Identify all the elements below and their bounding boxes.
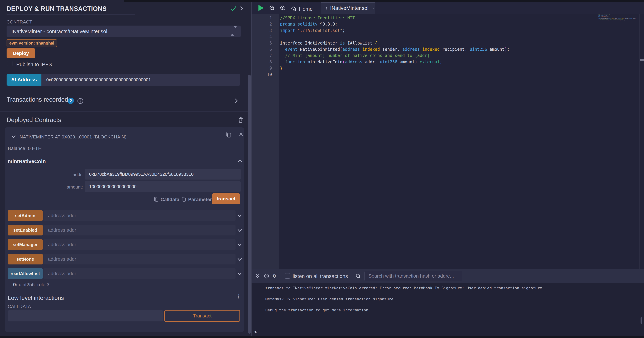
low-level-calldata-input[interactable] — [8, 310, 163, 322]
copy-address-icon[interactable] — [225, 131, 232, 139]
select-stepper-icon[interactable] — [231, 28, 237, 34]
setenabled-button[interactable]: setEnabled — [8, 225, 43, 236]
transact-button[interactable]: transact — [212, 193, 240, 204]
copy-calldata-label[interactable]: Calldata — [160, 197, 180, 202]
amount-arg-input[interactable] — [84, 181, 241, 192]
publish-ipfs-checkbox[interactable] — [7, 61, 12, 66]
deployed-instance-card: INATIVEMINTER AT 0X020...00001 (BLOCKCHA… — [5, 128, 244, 332]
copy-parameters-icon[interactable] — [180, 196, 187, 203]
listen-transactions-checkbox[interactable] — [285, 273, 290, 278]
clear-console-ban-icon[interactable] — [264, 273, 270, 279]
copy-parameters-label[interactable]: Parameters — [188, 197, 214, 202]
panel-expand-chevron-icon[interactable] — [238, 5, 244, 12]
setadmin-input[interactable] — [44, 210, 236, 221]
addr-arg-input[interactable] — [84, 169, 241, 180]
zoom-out-icon[interactable] — [269, 5, 276, 12]
call-output: 0: uint256: role 3 — [13, 282, 50, 288]
terminal-log-line: Debug the transaction to get more inform… — [265, 308, 370, 312]
panel-scrollbar[interactable] — [248, 75, 251, 334]
low-level-title: Low level interactions — [8, 294, 64, 301]
terminal-prompt[interactable]: > — [254, 329, 257, 334]
setmanager-input[interactable] — [44, 239, 236, 250]
deploy-run-panel: DEPLOY & RUN TRANSACTIONS CONTRACT INati… — [0, 0, 249, 338]
addr-arg-label: addr: — [5, 172, 83, 177]
terminal-toolbar: 0 listen on all transactions — [252, 269, 644, 283]
at-address-input[interactable] — [42, 74, 240, 86]
call-output-value: uint256: role 3 — [18, 282, 50, 287]
terminal-search-input[interactable] — [364, 271, 462, 281]
editor-body[interactable]: 12345678910 //SPDX-License-Identifier: M… — [252, 14, 644, 269]
function-name: mintNativeCoin — [8, 158, 46, 164]
run-script-play-icon[interactable] — [258, 5, 264, 11]
setnone-input[interactable] — [44, 254, 236, 264]
function-collapse-chevron-icon[interactable] — [237, 158, 244, 164]
code-editor: Home INativeMinter.sol 12345678910 //SPD… — [252, 2, 644, 269]
transactions-expand-chevron-icon[interactable] — [233, 97, 239, 104]
info-icon[interactable] — [77, 98, 84, 104]
tab-close-icon[interactable] — [372, 5, 375, 11]
setmanager-expand-chevron-icon[interactable] — [236, 242, 243, 248]
clear-instances-trash-icon[interactable] — [237, 116, 244, 123]
remove-instance-icon[interactable] — [238, 131, 244, 138]
tab-file-label: INativeMinter.sol — [330, 5, 368, 11]
divider — [8, 290, 241, 290]
divider — [0, 112, 249, 112]
low-level-info-icon[interactable]: i — [238, 293, 239, 300]
instance-collapse-chevron-icon[interactable] — [10, 133, 17, 140]
divider — [0, 91, 249, 91]
at-address-button[interactable]: At Address — [6, 74, 42, 86]
transactions-recorded-label: Transactions recorded — [6, 96, 68, 103]
scrollbar-track — [640, 14, 640, 269]
window-top-strip — [124, 0, 644, 2]
call-output-index: 0: — [13, 282, 18, 287]
setenabled-input[interactable] — [44, 225, 236, 236]
setnone-expand-chevron-icon[interactable] — [236, 256, 243, 262]
low-level-transact-button[interactable]: Transact — [164, 310, 240, 322]
window-bottom-strip — [0, 336, 644, 338]
setmanager-button[interactable]: setManager — [8, 239, 43, 250]
deployed-contracts-title: Deployed Contracts — [6, 116, 61, 124]
calldata-label: CALLDATA — [8, 304, 31, 309]
readallowlist-button[interactable]: readAllowList — [8, 268, 43, 279]
readallowlist-expand-chevron-icon[interactable] — [236, 271, 243, 277]
deploy-button[interactable]: Deploy — [6, 48, 35, 58]
text-cursor — [280, 72, 280, 77]
amount-arg-label: amount: — [5, 184, 83, 190]
remix-ide-window: DEPLOY & RUN TRANSACTIONS CONTRACT INati… — [0, 0, 644, 338]
tab-inativeminter[interactable]: INativeMinter.sol — [321, 2, 375, 14]
home-icon — [290, 6, 297, 12]
terminal-collapse-icon[interactable] — [254, 273, 261, 279]
transactions-count-badge: 2 — [68, 98, 74, 104]
terminal-log-line: MetaMask Tx Signature: User denied trans… — [265, 297, 396, 301]
title-underline — [6, 14, 135, 14]
contract-label: CONTRACT — [6, 19, 32, 25]
terminal-log-line: transact to INativeMinter.mintNativeCoin… — [265, 286, 546, 290]
editor-tab-bar: Home INativeMinter.sol — [252, 2, 644, 14]
evm-version-badge: evm version: shanghai — [6, 39, 57, 47]
contract-select-value: INativeMinter - contracts/INativeMinter.… — [12, 28, 107, 34]
line-numbers: 12345678910 — [252, 15, 272, 78]
zoom-in-icon[interactable] — [280, 5, 286, 12]
listen-transactions-label: listen on all transactions — [293, 273, 348, 280]
tab-home[interactable]: Home — [290, 4, 313, 14]
solidity-file-icon — [325, 5, 328, 11]
terminal-scrollbar-thumb[interactable] — [640, 317, 642, 324]
setadmin-expand-chevron-icon[interactable] — [236, 213, 243, 219]
terminal: 0 listen on all transactions transact to… — [252, 269, 644, 336]
compile-success-check-icon — [230, 4, 237, 12]
publish-ipfs-label: Publish to IPFS — [16, 62, 52, 67]
copy-calldata-icon[interactable] — [153, 196, 159, 203]
setenabled-expand-chevron-icon[interactable] — [236, 227, 243, 234]
readallowlist-input[interactable] — [44, 268, 236, 279]
setnone-button[interactable]: setNone — [8, 254, 43, 264]
tab-home-label: Home — [299, 6, 313, 12]
code-lines[interactable]: //SPDX-License-Identifier: MITpragma sol… — [280, 15, 510, 78]
setadmin-button[interactable]: setAdmin — [8, 210, 43, 221]
instance-header[interactable]: INATIVEMINTER AT 0X020...00001 (BLOCKCHA… — [18, 134, 126, 140]
page-title: DEPLOY & RUN TRANSACTIONS — [6, 5, 107, 12]
search-icon — [355, 273, 361, 279]
minimap-content[interactable]: //SPDX-License-Identifier: MITpragma sol… — [598, 14, 640, 22]
contract-select[interactable]: INativeMinter - contracts/INativeMinter.… — [6, 26, 241, 37]
instance-balance: Balance: 0 ETH — [8, 146, 42, 151]
scrollbar-thumb[interactable] — [640, 60, 644, 61]
